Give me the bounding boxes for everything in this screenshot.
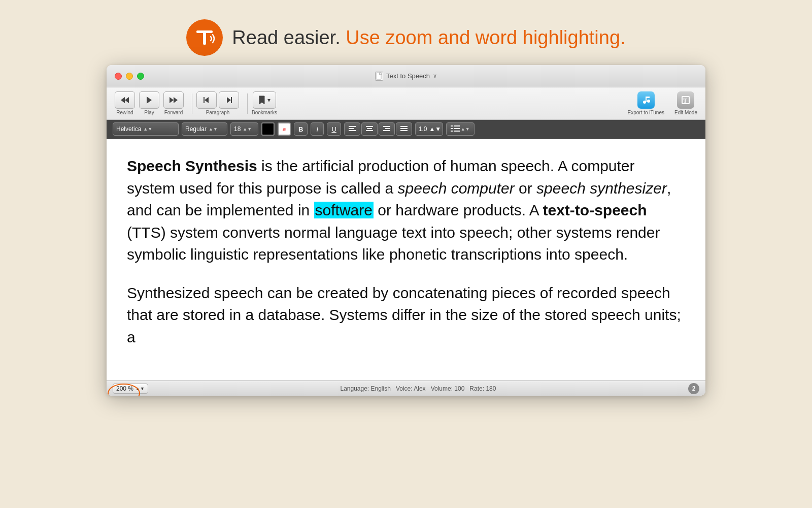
align-group	[344, 122, 412, 136]
content-area: Speech Synthesis is the artificial produ…	[107, 139, 705, 380]
svg-rect-36	[454, 131, 460, 132]
svg-rect-32	[454, 125, 460, 126]
svg-marker-5	[125, 97, 129, 103]
size-selector[interactable]: 18 ▲▼	[230, 122, 258, 136]
svg-marker-7	[170, 97, 174, 103]
highlighted-word: software	[314, 202, 374, 218]
toolbar-bookmarks-group: ▾ Bookmarks	[252, 91, 277, 115]
svg-rect-28	[400, 126, 408, 127]
content-text: Speech Synthesis is the artificial produ…	[127, 155, 685, 348]
text-color-swatch[interactable]	[261, 122, 275, 136]
svg-rect-12	[231, 97, 232, 103]
zoom-chevron: ▲▼	[136, 386, 145, 391]
svg-rect-34	[454, 128, 460, 129]
prev-paragraph-button[interactable]	[196, 91, 217, 109]
svg-rect-23	[367, 128, 372, 129]
format-toolbar: Helvetica ▲▼ Regular ▲▼ 18 ▲▼ a B I U	[107, 120, 705, 139]
zoom-control[interactable]: 200 % ▲▼	[113, 384, 148, 394]
promo-text: Read easier. Use zoom and word highlight…	[232, 27, 625, 49]
toolbar: Rewind Play Forward	[107, 87, 705, 120]
svg-marker-11	[227, 97, 231, 103]
highlight-color-swatch[interactable]: a	[278, 122, 291, 136]
toolbar-paragraph-group: Paragraph	[196, 91, 239, 115]
page-number: 2	[692, 385, 696, 392]
line-height-selector[interactable]: 1.0 ▲▼	[415, 122, 443, 136]
toolbar-forward-group: Forward	[163, 91, 184, 115]
svg-rect-19	[349, 126, 356, 127]
content-or: or	[515, 180, 536, 197]
font-chevron: ▲▼	[143, 126, 152, 132]
align-center-button[interactable]	[361, 122, 378, 136]
promo-text-orange: Use zoom and word highlighting.	[346, 27, 625, 48]
toolbar-rewind-group: Rewind	[115, 91, 135, 115]
speech-synthesizer-italic: speech synthesizer	[536, 180, 667, 197]
svg-rect-29	[400, 128, 408, 129]
export-itunes-label: Export to iTunes	[628, 110, 664, 115]
style-chevron: ▲▼	[209, 126, 218, 132]
document-icon	[375, 72, 383, 81]
play-button[interactable]	[139, 91, 159, 109]
font-name: Helvetica	[116, 125, 141, 133]
app-window: Text to Speech ∨ Rewind	[107, 65, 705, 396]
align-right-button[interactable]	[379, 122, 395, 136]
svg-rect-20	[349, 128, 354, 129]
export-itunes-icon	[637, 91, 655, 109]
content-after-highlight: or hardware products. A	[374, 202, 543, 218]
align-left-button[interactable]	[344, 122, 360, 136]
svg-rect-24	[366, 130, 373, 131]
forward-button[interactable]	[163, 91, 184, 109]
content-after-bold2: (TTS) system converts normal language te…	[127, 224, 660, 263]
bookmarks-button[interactable]: ▾	[253, 91, 276, 109]
svg-rect-1	[203, 30, 206, 45]
svg-rect-35	[451, 131, 453, 132]
svg-marker-9	[205, 97, 209, 103]
edit-mode-icon: T	[677, 91, 694, 109]
paragraph-2: Synthesized speech can be created by con…	[127, 282, 685, 348]
svg-text:T: T	[683, 97, 687, 104]
font-selector[interactable]: Helvetica ▲▼	[113, 122, 179, 136]
line-height-chevron: ▲▼	[429, 125, 441, 133]
svg-rect-33	[451, 128, 453, 129]
edit-mode-group[interactable]: T Edit Mode	[674, 91, 697, 115]
svg-rect-16	[646, 97, 650, 98]
list-button[interactable]: ▲▼	[446, 122, 475, 136]
align-justify-button[interactable]	[396, 122, 412, 136]
svg-rect-31	[451, 125, 453, 126]
rate-info: Rate: 180	[469, 385, 496, 392]
svg-marker-6	[147, 97, 152, 104]
export-itunes-group[interactable]: Export to iTunes	[628, 91, 664, 115]
titlebar: Text to Speech ∨	[107, 65, 705, 87]
minimize-button[interactable]	[126, 73, 133, 80]
svg-point-14	[647, 100, 650, 103]
toolbar-separator-2	[247, 93, 248, 114]
rewind-label: Rewind	[116, 110, 133, 115]
font-size: 18	[234, 125, 241, 133]
voice-info: Voice: Alex	[396, 385, 426, 392]
svg-rect-27	[383, 130, 390, 131]
rewind-button[interactable]	[115, 91, 135, 109]
traffic-lights	[115, 73, 144, 80]
svg-rect-22	[366, 126, 373, 127]
svg-rect-10	[204, 97, 205, 103]
svg-marker-4	[121, 97, 125, 103]
close-button[interactable]	[115, 73, 122, 80]
next-paragraph-button[interactable]	[219, 91, 239, 109]
speech-computer-italic: speech computer	[398, 180, 515, 197]
statusbar: 200 % ▲▼ Language: English Voice: Alex V…	[107, 380, 705, 396]
toolbar-play-group: Play	[139, 91, 159, 115]
title-chevron[interactable]: ∨	[433, 73, 437, 79]
style-selector[interactable]: Regular ▲▼	[182, 122, 227, 136]
speech-synthesis-bold: Speech Synthesis	[127, 157, 257, 174]
logo-icon	[192, 25, 217, 50]
statusbar-info: Language: English Voice: Alex Volume: 10…	[148, 385, 688, 392]
maximize-button[interactable]	[137, 73, 144, 80]
titlebar-center: Text to Speech ∨	[375, 72, 437, 81]
svg-rect-30	[400, 130, 408, 131]
app-logo	[186, 19, 223, 56]
svg-rect-3	[380, 73, 382, 75]
italic-button[interactable]: I	[311, 122, 324, 136]
size-chevron: ▲▼	[243, 126, 252, 132]
bold-button[interactable]: B	[294, 122, 308, 136]
underline-button[interactable]: U	[327, 122, 341, 136]
edit-mode-label: Edit Mode	[674, 110, 697, 115]
